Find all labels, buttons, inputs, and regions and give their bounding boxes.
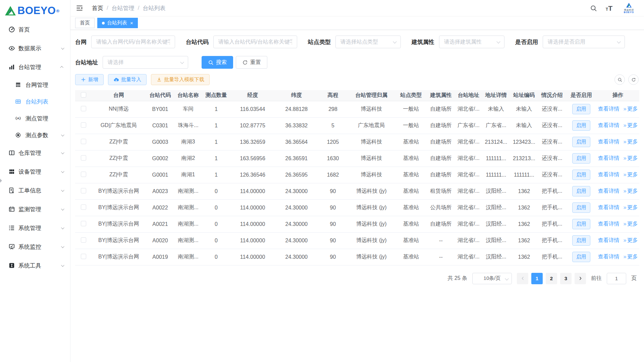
table-refresh-button[interactable] (628, 74, 639, 85)
enabled-select[interactable]: 请选择是否启用 (543, 36, 625, 48)
next-page-button[interactable] (575, 273, 586, 284)
sidebar-item-device[interactable]: 设备管理 (0, 162, 70, 181)
view-detail-link[interactable]: 查看详情 (598, 204, 620, 210)
goto-page-input[interactable] (607, 273, 626, 284)
more-link[interactable]: »更多 (624, 155, 638, 161)
enabled-badge[interactable]: 启用 (572, 219, 590, 229)
grid-icon (15, 82, 21, 88)
more-link[interactable]: »更多 (624, 237, 638, 243)
double-chevron-icon: » (624, 254, 627, 259)
breadcrumb-item-station-mgmt[interactable]: 台站管理 (112, 4, 135, 12)
row-checkbox[interactable] (81, 106, 86, 111)
building-select[interactable]: 请选择建筑属性 (439, 36, 504, 48)
table-cell: G0003 (146, 134, 175, 150)
batch-import-button[interactable]: 批量导入 (108, 74, 147, 85)
double-chevron-icon: » (624, 139, 627, 144)
view-detail-link[interactable]: 查看详情 (598, 172, 620, 177)
search-icon[interactable] (590, 5, 597, 12)
tab-station-list[interactable]: 台站列表 × (97, 18, 138, 28)
network-input[interactable] (91, 36, 175, 48)
avatar[interactable]: 博远科技 BOEYO (621, 3, 637, 13)
view-detail-link[interactable]: 查看详情 (598, 155, 620, 161)
view-detail-link[interactable]: 查看详情 (598, 237, 620, 243)
site-type-select[interactable]: 请选择站点类型 (335, 36, 401, 48)
enabled-badge[interactable]: 启用 (572, 252, 590, 262)
page-button-3[interactable]: 3 (560, 273, 572, 284)
table-cell: 1 (202, 150, 231, 167)
select-all-checkbox[interactable] (81, 92, 86, 98)
enabled-badge[interactable]: 启用 (572, 137, 590, 147)
enabled-badge[interactable]: 启用 (572, 120, 590, 131)
table-cell: 1 (202, 117, 231, 134)
row-checkbox[interactable] (81, 172, 86, 177)
table-toolbar: 新增 批量导入 批量导入模板下载 (75, 74, 639, 85)
font-size-icon[interactable]: TT (606, 5, 612, 12)
view-detail-link[interactable]: 查看详情 (598, 139, 620, 144)
reset-button[interactable]: 重置 (236, 56, 267, 69)
more-link[interactable]: »更多 (624, 139, 638, 144)
row-checkbox[interactable] (81, 204, 86, 210)
enabled-badge[interactable]: 启用 (572, 153, 590, 164)
add-button[interactable]: 新增 (75, 74, 104, 85)
row-checkbox[interactable] (81, 139, 86, 144)
enabled-badge[interactable]: 启用 (572, 104, 590, 114)
sidebar-item-label: 台站列表 (25, 98, 48, 106)
enabled-cell: 启用 (566, 167, 597, 183)
sidebar-item-network-mgmt[interactable]: 台网管理 (0, 76, 70, 93)
sidebar-item-system-tools[interactable]: 系统工具 (0, 256, 70, 275)
prev-page-button[interactable] (517, 273, 528, 284)
sidebar-item-system-mgmt[interactable]: 系统管理 (0, 219, 70, 237)
more-link[interactable]: »更多 (624, 106, 638, 112)
sidebar-item-point-params[interactable]: 测点参数 (0, 127, 70, 143)
sidebar-item-home[interactable]: 首页 (0, 20, 70, 39)
tab-close-icon[interactable]: × (130, 20, 133, 25)
view-detail-link[interactable]: 查看详情 (598, 254, 620, 259)
page-button-1[interactable]: 1 (531, 273, 543, 284)
more-link[interactable]: »更多 (624, 204, 638, 210)
breadcrumb-item-home[interactable]: 首页 (92, 4, 103, 12)
view-detail-link[interactable]: 查看详情 (598, 106, 620, 112)
row-checkbox[interactable] (81, 237, 86, 243)
more-link[interactable]: »更多 (624, 172, 638, 177)
table-cell: 基准站 (395, 249, 427, 265)
sidebar-item-point-mgmt[interactable]: A 测点管理 (0, 110, 70, 127)
more-link[interactable]: »更多 (624, 122, 638, 128)
sidebar-item-data-display[interactable]: 数据展示 (0, 39, 70, 58)
row-checkbox[interactable] (81, 122, 86, 128)
search-button[interactable]: 搜索 (202, 56, 233, 69)
sidebar-collapse-icon[interactable] (76, 4, 83, 12)
more-link[interactable]: »更多 (624, 221, 638, 227)
view-detail-link[interactable]: 查看详情 (598, 221, 620, 227)
page-size-select[interactable]: 10条/页 (472, 273, 512, 284)
view-detail-link[interactable]: 查看详情 (598, 122, 620, 128)
template-download-button[interactable]: 批量导入模板下载 (151, 74, 210, 85)
sidebar-resize-handle[interactable] (0, 179, 2, 183)
row-checkbox[interactable] (81, 221, 86, 226)
enabled-badge[interactable]: 启用 (572, 235, 590, 246)
address-select[interactable]: 请选择 (103, 56, 188, 69)
tab-home[interactable]: 首页 (75, 18, 95, 28)
row-checkbox[interactable] (81, 155, 86, 161)
enabled-badge[interactable]: 启用 (572, 186, 590, 196)
more-link[interactable]: »更多 (624, 188, 638, 194)
table-cell: NN|博远 (92, 101, 146, 117)
sidebar-item-station-list[interactable]: 台站列表 (0, 93, 70, 110)
enabled-badge[interactable]: 启用 (572, 202, 590, 213)
chevron-down-icon (61, 226, 64, 229)
sidebar-item-monitoring[interactable]: 监测管理 (0, 200, 70, 219)
sidebar-item-label: 系统监控 (18, 243, 41, 251)
table-search-button[interactable] (614, 74, 625, 85)
table-cell: 把手机... (538, 183, 566, 199)
view-detail-link[interactable]: 查看详情 (598, 188, 620, 194)
sidebar-item-system-monitor[interactable]: 系统监控 (0, 237, 70, 256)
page-button-2[interactable]: 2 (546, 273, 557, 284)
more-link[interactable]: »更多 (624, 254, 638, 259)
row-checkbox[interactable] (81, 188, 86, 193)
enabled-badge[interactable]: 启用 (572, 170, 590, 180)
table-row: ZZ|中震G0001南湖11126.3654626.365951682博远科技基… (75, 167, 639, 183)
sidebar-item-work-order[interactable]: 工单信息 (0, 181, 70, 200)
row-checkbox[interactable] (81, 254, 86, 259)
station-code-input[interactable] (213, 36, 297, 48)
sidebar-item-warehouse[interactable]: 仓库管理 (0, 143, 70, 162)
sidebar-item-station-mgmt[interactable]: 台站管理 (0, 58, 70, 76)
